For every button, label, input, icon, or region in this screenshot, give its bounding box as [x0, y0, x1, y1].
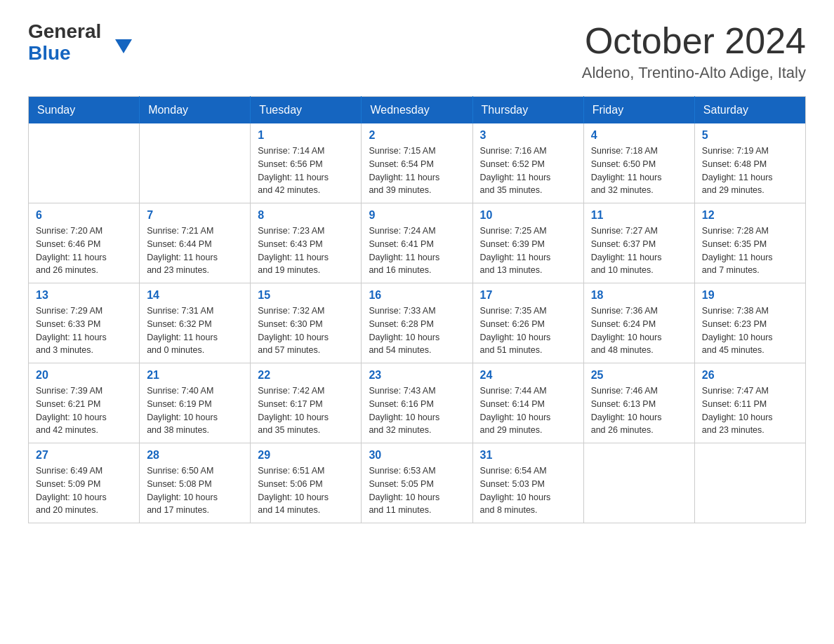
day-number: 29 [258, 449, 354, 462]
day-info: Sunrise: 7:33 AM Sunset: 6:28 PM Dayligh… [369, 304, 465, 357]
day-info: Sunrise: 7:29 AM Sunset: 6:33 PM Dayligh… [36, 304, 132, 357]
day-info: Sunrise: 7:16 AM Sunset: 6:52 PM Dayligh… [480, 145, 576, 197]
day-info: Sunrise: 7:42 AM Sunset: 6:17 PM Dayligh… [258, 384, 354, 437]
calendar-cell: 15Sunrise: 7:32 AM Sunset: 6:30 PM Dayli… [251, 283, 362, 363]
day-info: Sunrise: 7:40 AM Sunset: 6:19 PM Dayligh… [147, 384, 243, 437]
day-number: 9 [369, 209, 465, 222]
calendar-week-row: 13Sunrise: 7:29 AM Sunset: 6:33 PM Dayli… [29, 283, 806, 363]
calendar-week-row: 6Sunrise: 7:20 AM Sunset: 6:46 PM Daylig… [29, 203, 806, 283]
day-number: 2 [369, 129, 465, 142]
calendar-cell: 30Sunrise: 6:53 AM Sunset: 5:05 PM Dayli… [362, 443, 472, 523]
calendar-cell: 27Sunrise: 6:49 AM Sunset: 5:09 PM Dayli… [29, 443, 140, 523]
calendar-cell: 14Sunrise: 7:31 AM Sunset: 6:32 PM Dayli… [140, 283, 251, 363]
calendar-cell: 10Sunrise: 7:25 AM Sunset: 6:39 PM Dayli… [472, 203, 583, 283]
calendar-cell: 24Sunrise: 7:44 AM Sunset: 6:14 PM Dayli… [472, 363, 583, 443]
day-number: 26 [702, 369, 798, 382]
calendar-cell: 13Sunrise: 7:29 AM Sunset: 6:33 PM Dayli… [29, 283, 140, 363]
day-number: 5 [702, 129, 798, 142]
day-number: 17 [480, 289, 576, 302]
day-info: Sunrise: 6:53 AM Sunset: 5:05 PM Dayligh… [369, 464, 465, 517]
calendar-cell: 26Sunrise: 7:47 AM Sunset: 6:11 PM Dayli… [694, 363, 805, 443]
calendar-cell [694, 443, 805, 523]
day-info: Sunrise: 7:31 AM Sunset: 6:32 PM Dayligh… [147, 304, 243, 357]
day-info: Sunrise: 7:18 AM Sunset: 6:50 PM Dayligh… [591, 145, 687, 197]
svg-marker-0 [115, 39, 132, 53]
header-monday: Monday [140, 97, 251, 124]
day-number: 10 [480, 209, 576, 222]
day-info: Sunrise: 7:15 AM Sunset: 6:54 PM Dayligh… [369, 145, 465, 197]
day-info: Sunrise: 7:20 AM Sunset: 6:46 PM Dayligh… [36, 224, 132, 277]
calendar-week-row: 1Sunrise: 7:14 AM Sunset: 6:56 PM Daylig… [29, 123, 806, 203]
day-number: 16 [369, 289, 465, 302]
logo: General Blue [28, 21, 125, 65]
logo-triangle-icon [115, 39, 132, 53]
calendar-cell: 1Sunrise: 7:14 AM Sunset: 6:56 PM Daylig… [251, 123, 362, 203]
calendar-week-row: 20Sunrise: 7:39 AM Sunset: 6:21 PM Dayli… [29, 363, 806, 443]
day-info: Sunrise: 6:54 AM Sunset: 5:03 PM Dayligh… [480, 464, 576, 517]
day-info: Sunrise: 6:51 AM Sunset: 5:06 PM Dayligh… [258, 464, 354, 517]
header-friday: Friday [583, 97, 694, 124]
logo-general: General [28, 21, 108, 43]
calendar-cell: 11Sunrise: 7:27 AM Sunset: 6:37 PM Dayli… [583, 203, 694, 283]
header-tuesday: Tuesday [251, 97, 362, 124]
day-number: 27 [36, 449, 132, 462]
day-number: 11 [591, 209, 687, 222]
calendar-cell: 16Sunrise: 7:33 AM Sunset: 6:28 PM Dayli… [362, 283, 472, 363]
day-number: 24 [480, 369, 576, 382]
day-number: 19 [702, 289, 798, 302]
day-number: 12 [702, 209, 798, 222]
day-number: 7 [147, 209, 243, 222]
calendar-cell: 12Sunrise: 7:28 AM Sunset: 6:35 PM Dayli… [694, 203, 805, 283]
day-number: 14 [147, 289, 243, 302]
day-number: 25 [591, 369, 687, 382]
calendar-cell [583, 443, 694, 523]
day-info: Sunrise: 7:21 AM Sunset: 6:44 PM Dayligh… [147, 224, 243, 277]
calendar-cell: 31Sunrise: 6:54 AM Sunset: 5:03 PM Dayli… [472, 443, 583, 523]
day-info: Sunrise: 7:35 AM Sunset: 6:26 PM Dayligh… [480, 304, 576, 357]
calendar-cell: 23Sunrise: 7:43 AM Sunset: 6:16 PM Dayli… [362, 363, 472, 443]
calendar-cell: 29Sunrise: 6:51 AM Sunset: 5:06 PM Dayli… [251, 443, 362, 523]
calendar-cell: 7Sunrise: 7:21 AM Sunset: 6:44 PM Daylig… [140, 203, 251, 283]
day-number: 4 [591, 129, 687, 142]
day-number: 1 [258, 129, 354, 142]
day-info: Sunrise: 7:44 AM Sunset: 6:14 PM Dayligh… [480, 384, 576, 437]
day-number: 8 [258, 209, 354, 222]
header-thursday: Thursday [472, 97, 583, 124]
day-info: Sunrise: 7:28 AM Sunset: 6:35 PM Dayligh… [702, 224, 798, 277]
month-title: October 2024 [582, 21, 806, 61]
title-section: October 2024 Aldeno, Trentino-Alto Adige… [582, 21, 806, 82]
day-info: Sunrise: 7:27 AM Sunset: 6:37 PM Dayligh… [591, 224, 687, 277]
calendar-header-row: SundayMondayTuesdayWednesdayThursdayFrid… [29, 97, 806, 124]
day-number: 3 [480, 129, 576, 142]
day-number: 13 [36, 289, 132, 302]
calendar-cell: 5Sunrise: 7:19 AM Sunset: 6:48 PM Daylig… [694, 123, 805, 203]
day-info: Sunrise: 6:49 AM Sunset: 5:09 PM Dayligh… [36, 464, 132, 517]
calendar-cell: 20Sunrise: 7:39 AM Sunset: 6:21 PM Dayli… [29, 363, 140, 443]
calendar-cell: 9Sunrise: 7:24 AM Sunset: 6:41 PM Daylig… [362, 203, 472, 283]
calendar-table: SundayMondayTuesdayWednesdayThursdayFrid… [28, 96, 806, 523]
day-number: 20 [36, 369, 132, 382]
calendar-cell: 6Sunrise: 7:20 AM Sunset: 6:46 PM Daylig… [29, 203, 140, 283]
calendar-cell: 25Sunrise: 7:46 AM Sunset: 6:13 PM Dayli… [583, 363, 694, 443]
calendar-cell: 28Sunrise: 6:50 AM Sunset: 5:08 PM Dayli… [140, 443, 251, 523]
day-number: 21 [147, 369, 243, 382]
day-info: Sunrise: 7:39 AM Sunset: 6:21 PM Dayligh… [36, 384, 132, 437]
calendar-cell: 17Sunrise: 7:35 AM Sunset: 6:26 PM Dayli… [472, 283, 583, 363]
calendar-cell: 4Sunrise: 7:18 AM Sunset: 6:50 PM Daylig… [583, 123, 694, 203]
calendar-cell: 8Sunrise: 7:23 AM Sunset: 6:43 PM Daylig… [251, 203, 362, 283]
day-number: 30 [369, 449, 465, 462]
calendar-cell: 3Sunrise: 7:16 AM Sunset: 6:52 PM Daylig… [472, 123, 583, 203]
day-info: Sunrise: 7:25 AM Sunset: 6:39 PM Dayligh… [480, 224, 576, 277]
calendar-cell [140, 123, 251, 203]
page-header: General Blue October 2024 Aldeno, Trenti… [28, 21, 806, 82]
day-info: Sunrise: 7:24 AM Sunset: 6:41 PM Dayligh… [369, 224, 465, 277]
day-info: Sunrise: 7:19 AM Sunset: 6:48 PM Dayligh… [702, 145, 798, 197]
day-number: 23 [369, 369, 465, 382]
day-number: 28 [147, 449, 243, 462]
day-info: Sunrise: 6:50 AM Sunset: 5:08 PM Dayligh… [147, 464, 243, 517]
location-title: Aldeno, Trentino-Alto Adige, Italy [582, 64, 806, 82]
day-number: 22 [258, 369, 354, 382]
day-info: Sunrise: 7:32 AM Sunset: 6:30 PM Dayligh… [258, 304, 354, 357]
day-info: Sunrise: 7:46 AM Sunset: 6:13 PM Dayligh… [591, 384, 687, 437]
day-info: Sunrise: 7:47 AM Sunset: 6:11 PM Dayligh… [702, 384, 798, 437]
